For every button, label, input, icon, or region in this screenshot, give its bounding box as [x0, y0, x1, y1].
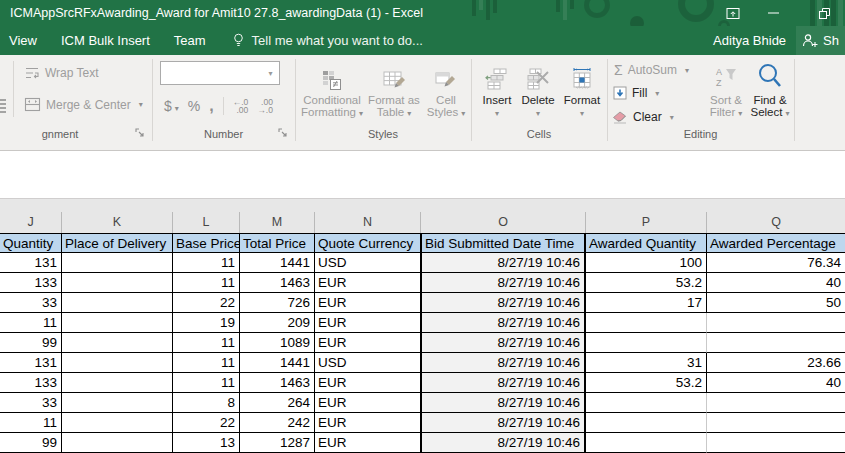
user-name[interactable]: Aditya Bhide — [713, 33, 786, 48]
cell[interactable]: 8/27/19 10:46 — [421, 273, 586, 293]
cell[interactable]: 8/27/19 10:46 — [421, 433, 586, 453]
cell[interactable] — [707, 433, 845, 453]
column-header-P[interactable]: P — [586, 212, 707, 233]
cell[interactable]: 8/27/19 10:46 — [421, 413, 586, 433]
column-header-Q[interactable]: Q — [707, 212, 845, 233]
cell[interactable]: 22 — [173, 413, 240, 433]
decrease-decimal-button[interactable]: .00 →.0 — [257, 98, 273, 114]
insert-cells-button[interactable]: Insert ▾ — [478, 55, 516, 127]
column-header-K[interactable]: K — [62, 212, 173, 233]
restore-button[interactable] — [807, 0, 841, 26]
delete-cells-button[interactable]: Delete ▾ — [517, 55, 559, 127]
cell[interactable]: EUR — [315, 313, 421, 333]
cell[interactable]: 133 — [0, 273, 62, 293]
cell[interactable] — [586, 333, 707, 353]
tell-me-box[interactable]: Tell me what you want to do... — [232, 33, 423, 48]
cell[interactable]: 11 — [173, 273, 240, 293]
tab-team[interactable]: Team — [162, 33, 218, 48]
find-select-button[interactable]: Find & Select — [748, 55, 792, 127]
merge-center-button[interactable]: Merge & Center — [24, 97, 143, 112]
cell[interactable]: 17 — [586, 293, 707, 313]
share-button[interactable]: Sh — [796, 26, 845, 55]
autosum-button[interactable]: Σ AutoSum — [614, 62, 689, 78]
cell[interactable]: EUR — [315, 433, 421, 453]
chevron-down-icon[interactable]: ▾ — [262, 62, 279, 84]
cell[interactable]: Quote Currency — [315, 233, 421, 253]
cell[interactable]: 99 — [0, 333, 62, 353]
cell[interactable]: 11 — [0, 313, 62, 333]
cell[interactable]: 264 — [240, 393, 315, 413]
alignment-dialog-launcher[interactable] — [135, 128, 145, 138]
cell[interactable]: 11 — [173, 353, 240, 373]
cell[interactable]: EUR — [315, 413, 421, 433]
cell[interactable] — [62, 293, 173, 313]
cell[interactable] — [586, 433, 707, 453]
cell[interactable] — [62, 373, 173, 393]
cell[interactable]: 22 — [173, 293, 240, 313]
number-format-combobox[interactable]: ▾ — [160, 61, 280, 85]
cell[interactable]: 8/27/19 10:46 — [421, 393, 586, 413]
cell[interactable] — [62, 253, 173, 273]
cell[interactable] — [707, 333, 845, 353]
cell[interactable] — [586, 313, 707, 333]
cell[interactable] — [62, 313, 173, 333]
cell[interactable]: 99 — [0, 433, 62, 453]
cell[interactable]: 8/27/19 10:46 — [421, 313, 586, 333]
column-header-O[interactable]: O — [421, 212, 586, 233]
cell[interactable] — [62, 433, 173, 453]
cell[interactable]: 8/27/19 10:46 — [421, 293, 586, 313]
cell-styles-button[interactable]: Cell Styles — [423, 55, 469, 127]
cell[interactable]: Place of Delivery — [62, 233, 173, 253]
cell[interactable] — [707, 413, 845, 433]
cell[interactable]: Awarded Quantity — [586, 233, 707, 253]
cell[interactable]: 76.34 — [707, 253, 845, 273]
clear-button[interactable]: Clear — [612, 110, 674, 124]
format-as-table-button[interactable]: Format as Table — [366, 55, 422, 127]
cell[interactable]: 8/27/19 10:46 — [421, 253, 586, 273]
cell[interactable]: 50 — [707, 293, 845, 313]
percent-style-button[interactable]: % — [188, 98, 200, 114]
cell[interactable]: 209 — [240, 313, 315, 333]
cell[interactable]: Total Price — [240, 233, 315, 253]
cell[interactable]: EUR — [315, 293, 421, 313]
align-left-icon[interactable] — [0, 97, 8, 113]
tab-icm-bulk-insert[interactable]: ICM Bulk Insert — [49, 33, 162, 48]
wrap-text-button[interactable]: Wrap Text — [24, 65, 99, 81]
cell[interactable]: 1089 — [240, 333, 315, 353]
cell[interactable]: EUR — [315, 393, 421, 413]
cell[interactable] — [62, 413, 173, 433]
ribbon-display-options-button[interactable] — [716, 0, 750, 26]
comma-style-button[interactable]: , — [209, 97, 213, 115]
cell[interactable]: 11 — [173, 253, 240, 273]
cell[interactable]: 242 — [240, 413, 315, 433]
cell[interactable]: 8/27/19 10:46 — [421, 353, 586, 373]
cell[interactable]: 1287 — [240, 433, 315, 453]
cell[interactable]: 33 — [0, 293, 62, 313]
column-header-N[interactable]: N — [315, 212, 421, 233]
format-cells-button[interactable]: Format ▾ — [560, 55, 604, 127]
cell[interactable]: Bid Submitted Date Time — [421, 233, 586, 253]
cell[interactable] — [707, 313, 845, 333]
column-header-L[interactable]: L — [173, 212, 240, 233]
cell[interactable] — [586, 413, 707, 433]
cell[interactable]: 40 — [707, 273, 845, 293]
cell[interactable]: 100 — [586, 253, 707, 273]
cell[interactable]: 8 — [173, 393, 240, 413]
cell[interactable]: 1441 — [240, 353, 315, 373]
sort-filter-button[interactable]: A Z Sort & Filter — [702, 55, 750, 127]
fill-button[interactable]: Fill — [613, 86, 659, 100]
cell[interactable]: 40 — [707, 373, 845, 393]
cell[interactable] — [707, 393, 845, 413]
cell[interactable]: EUR — [315, 273, 421, 293]
cell[interactable] — [62, 333, 173, 353]
cell[interactable]: 11 — [173, 333, 240, 353]
cell[interactable]: 11 — [0, 413, 62, 433]
conditional-formatting-button[interactable]: Conditional Formatting — [300, 55, 364, 127]
cell[interactable] — [586, 393, 707, 413]
cell[interactable]: 726 — [240, 293, 315, 313]
tab-view[interactable]: View — [0, 33, 49, 48]
cell[interactable]: 23.66 — [707, 353, 845, 373]
column-header-J[interactable]: J — [0, 212, 62, 233]
cell[interactable]: 8/27/19 10:46 — [421, 373, 586, 393]
cell[interactable]: 33 — [0, 393, 62, 413]
